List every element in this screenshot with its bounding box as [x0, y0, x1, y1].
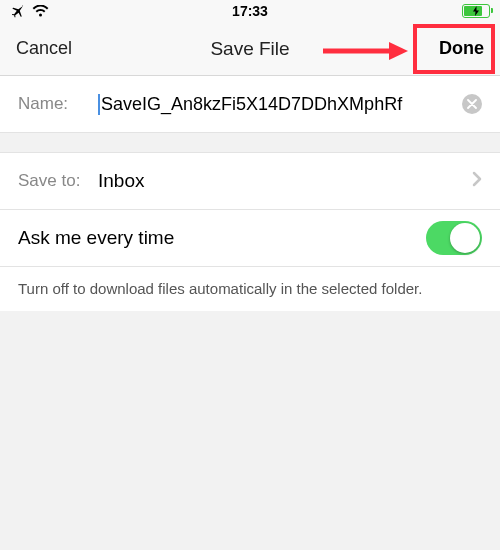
ask-every-time-toggle[interactable]: [426, 221, 482, 255]
name-row: Name:: [0, 76, 500, 133]
ask-every-time-row: Ask me every time: [0, 210, 500, 267]
done-button[interactable]: Done: [439, 38, 484, 59]
chevron-right-icon: [472, 171, 482, 191]
name-label: Name:: [18, 94, 98, 114]
ask-every-time-label: Ask me every time: [18, 227, 426, 249]
section-spacer: [0, 133, 500, 153]
page-title: Save File: [210, 38, 289, 60]
airplane-mode-icon: [10, 3, 26, 19]
clear-text-button[interactable]: [462, 94, 482, 114]
cancel-button[interactable]: Cancel: [16, 38, 72, 59]
save-to-label: Save to:: [18, 171, 98, 191]
wifi-icon: [32, 5, 49, 18]
save-to-value: Inbox: [98, 170, 472, 192]
status-time: 17:33: [232, 3, 268, 19]
footer-description: Turn off to download files automatically…: [0, 267, 500, 311]
battery-icon: [462, 4, 490, 18]
nav-bar: Cancel Save File Done: [0, 22, 500, 76]
name-input[interactable]: [98, 94, 456, 115]
save-to-row[interactable]: Save to: Inbox: [0, 153, 500, 210]
status-bar: 17:33: [0, 0, 500, 22]
